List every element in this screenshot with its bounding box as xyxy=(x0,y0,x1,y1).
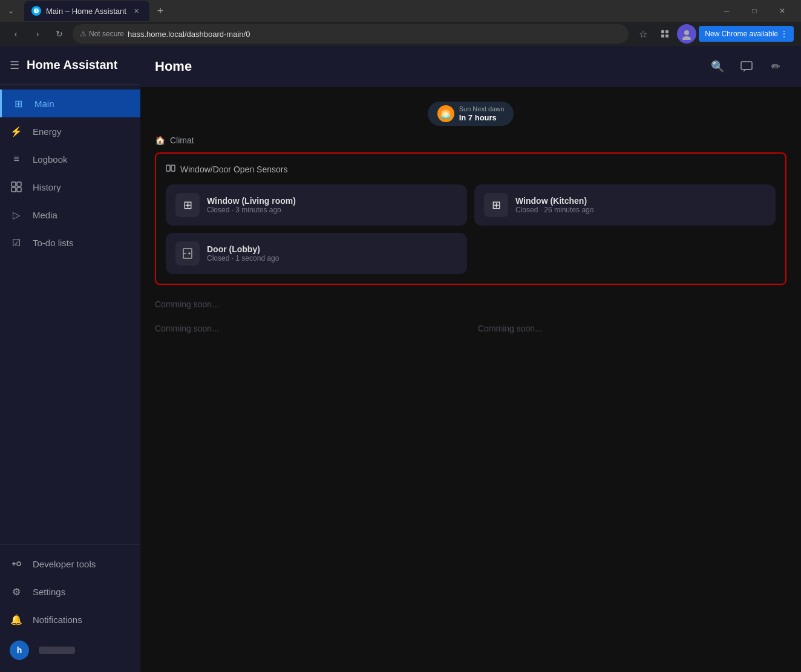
energy-icon: ⚡ xyxy=(10,125,23,138)
url-bar[interactable]: ⚠ Not secure hass.home.local/dashboard-m… xyxy=(73,24,629,44)
svg-point-13 xyxy=(17,562,21,566)
sidebar-item-history[interactable]: History xyxy=(0,173,140,201)
sidebar: ☰ Home Assistant ⊞ Main ⚡ Energy ≡ Logbo… xyxy=(0,46,140,672)
window-controls: ─ □ ✕ xyxy=(713,0,796,22)
forward-button[interactable]: › xyxy=(29,25,46,42)
active-tab[interactable]: Main – Home Assistant ✕ xyxy=(24,1,149,21)
sun-value: In 7 hours xyxy=(459,113,505,122)
sun-badge: 🌅 Sun Next dawn In 7 hours xyxy=(428,102,514,126)
sensor-name-window-kitchen: Window (Kitchen) xyxy=(515,196,593,206)
sidebar-label-developer: Developer tools xyxy=(33,559,96,569)
tab-list-button[interactable]: ⌄ xyxy=(5,5,17,17)
header-actions: 🔍 ✏ xyxy=(707,56,786,77)
toolbar-right: ☆ New Chrome available ⋮ xyxy=(633,24,794,44)
sensors-panel-icon xyxy=(166,163,175,175)
svg-rect-2 xyxy=(665,30,669,33)
svg-rect-8 xyxy=(17,182,21,186)
profile-avatar[interactable] xyxy=(677,24,696,44)
more-options-icon: ⋮ xyxy=(780,30,788,38)
sensors-title-text: Window/Door Open Sensors xyxy=(180,165,287,174)
svg-rect-10 xyxy=(17,188,21,192)
security-indicator: ⚠ Not secure xyxy=(80,30,124,38)
search-button[interactable]: 🔍 xyxy=(707,56,728,77)
sensor-info-door-lobby: Door (Lobby) Closed · 1 second ago xyxy=(207,244,279,263)
sidebar-item-todo[interactable]: ☑ To-do lists xyxy=(0,229,140,256)
edit-button[interactable]: ✏ xyxy=(765,56,786,77)
sidebar-label-todo: To-do lists xyxy=(33,238,74,248)
sensor-card-door-lobby[interactable]: Door (Lobby) Closed · 1 second ago xyxy=(166,233,467,274)
sidebar-item-user[interactable]: h xyxy=(0,633,140,667)
url-text: hass.home.local/dashboard-main/0 xyxy=(128,30,250,39)
sidebar-item-energy[interactable]: ⚡ Energy xyxy=(0,117,140,145)
tab-close-button[interactable]: ✕ xyxy=(131,5,142,16)
climat-label: Climat xyxy=(170,135,194,145)
comming-soon-3: Comming soon... xyxy=(478,324,786,333)
svg-rect-4 xyxy=(665,34,669,38)
new-tab-button[interactable]: + xyxy=(152,2,169,19)
minimize-button[interactable]: ─ xyxy=(713,0,741,22)
sidebar-header: ☰ Home Assistant xyxy=(0,46,140,85)
refresh-button[interactable]: ↻ xyxy=(51,25,68,42)
sidebar-label-history: History xyxy=(33,182,61,192)
chat-button[interactable] xyxy=(736,56,757,77)
media-icon: ▷ xyxy=(10,208,23,221)
notifications-icon: 🔔 xyxy=(10,613,23,626)
home-icon: 🏠 xyxy=(155,135,165,145)
svg-point-6 xyxy=(682,36,691,40)
comming-soon-row: Comming soon... Comming soon... xyxy=(155,324,786,333)
sidebar-item-developer[interactable]: Developer tools xyxy=(0,550,140,578)
user-avatar: h xyxy=(10,641,29,660)
app-layout: ☰ Home Assistant ⊞ Main ⚡ Energy ≡ Logbo… xyxy=(0,46,801,672)
comming-soon-2: Comming soon... xyxy=(155,324,463,333)
tab-title: Main – Home Assistant xyxy=(46,7,126,16)
address-bar: ‹ › ↻ ⚠ Not secure hass.home.local/dashb… xyxy=(0,22,801,46)
sidebar-label-main: Main xyxy=(34,99,54,109)
sensor-info-window-living: Window (Living room) Closed · 3 minutes … xyxy=(207,196,296,214)
sidebar-label-settings: Settings xyxy=(33,587,65,597)
tab-controls-left: ⌄ xyxy=(5,5,17,17)
main-icon: ⊞ xyxy=(11,97,25,110)
history-icon xyxy=(10,180,23,194)
app-title: Home Assistant xyxy=(27,58,117,72)
back-button[interactable]: ‹ xyxy=(7,25,24,42)
bookmark-button[interactable]: ☆ xyxy=(633,24,653,44)
sensor-status-window-living: Closed · 3 minutes ago xyxy=(207,206,296,214)
browser-chrome: ⌄ Main – Home Assistant ✕ + ─ □ ✕ ‹ › ↻ … xyxy=(0,0,801,46)
sensors-grid: ⊞ Window (Living room) Closed · 3 minute… xyxy=(166,184,776,226)
developer-icon xyxy=(10,557,23,570)
tab-favicon xyxy=(31,6,41,16)
sun-icon: 🌅 xyxy=(437,105,454,122)
sidebar-item-notifications[interactable]: 🔔 Notifications xyxy=(0,605,140,633)
comming-soon-1: Comming soon... xyxy=(155,299,786,309)
sidebar-item-logbook[interactable]: ≡ Logbook xyxy=(0,145,140,173)
sensors-panel-title: Window/Door Open Sensors xyxy=(166,163,776,175)
extensions-button[interactable] xyxy=(655,24,675,44)
page-title: Home xyxy=(155,59,697,74)
sensor-info-window-kitchen: Window (Kitchen) Closed · 26 minutes ago xyxy=(515,196,593,214)
sensor-name-window-living: Window (Living room) xyxy=(207,196,296,206)
climat-section-header: 🏠 Climat xyxy=(155,135,786,145)
sidebar-item-media[interactable]: ▷ Media xyxy=(0,201,140,229)
window-kitchen-icon: ⊞ xyxy=(484,193,508,217)
hamburger-menu-icon[interactable]: ☰ xyxy=(10,59,19,72)
sensor-card-window-living[interactable]: ⊞ Window (Living room) Closed · 3 minute… xyxy=(166,184,467,226)
sidebar-item-settings[interactable]: ⚙ Settings xyxy=(0,578,140,605)
svg-rect-15 xyxy=(166,165,170,171)
new-chrome-button[interactable]: New Chrome available ⋮ xyxy=(699,26,794,42)
svg-rect-7 xyxy=(11,182,16,186)
todo-icon: ☑ xyxy=(10,236,23,249)
sensor-card-window-kitchen[interactable]: ⊞ Window (Kitchen) Closed · 26 minutes a… xyxy=(474,184,776,226)
sensors-panel: Window/Door Open Sensors ⊞ Window (Livin… xyxy=(155,152,786,285)
maximize-button[interactable]: □ xyxy=(741,0,768,22)
svg-rect-16 xyxy=(171,165,175,171)
sidebar-label-energy: Energy xyxy=(33,126,62,137)
sidebar-item-main[interactable]: ⊞ Main xyxy=(0,90,140,117)
sidebar-nav: ⊞ Main ⚡ Energy ≡ Logbook History ▷ Medi… xyxy=(0,85,140,544)
window-living-icon: ⊞ xyxy=(175,193,200,217)
close-window-button[interactable]: ✕ xyxy=(768,0,796,22)
page-header: Home 🔍 ✏ xyxy=(140,46,801,87)
sensor-status-door-lobby: Closed · 1 second ago xyxy=(207,254,279,263)
svg-rect-1 xyxy=(661,30,664,33)
sidebar-label-notifications: Notifications xyxy=(33,615,82,625)
settings-icon: ⚙ xyxy=(10,585,23,598)
